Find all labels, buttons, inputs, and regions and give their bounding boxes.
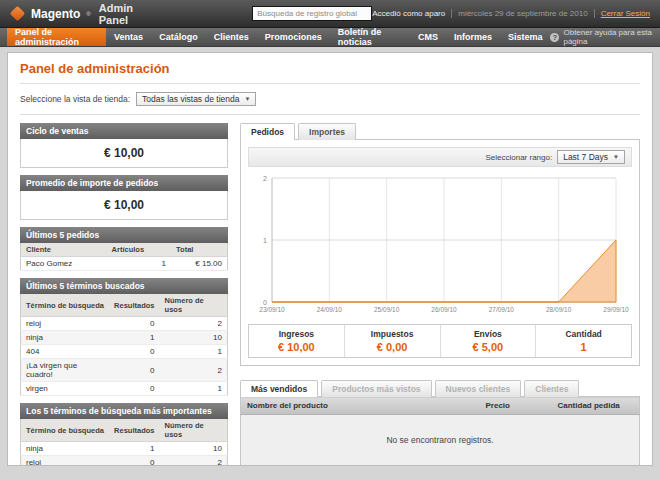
empty-message: No se encontraron registros.: [241, 415, 640, 466]
tab-pedidos[interactable]: Pedidos: [240, 123, 295, 140]
range-label: Seleccionar rango:: [485, 153, 552, 162]
col-cliente: Cliente: [21, 243, 107, 257]
order-items: 1: [107, 257, 171, 271]
range-bar: Seleccionar rango: Last 7 Days ▼: [248, 147, 632, 167]
svg-text:25/09/10: 25/09/10: [374, 306, 400, 313]
magento-logo-icon: [10, 6, 26, 22]
magento-brand: Magento ® Admin Panel: [10, 2, 134, 26]
average-orders-title: Promedio de importe de pedidos: [20, 175, 228, 191]
lifetime-sales-block: Ciclo de ventas € 10,00: [20, 123, 228, 168]
stat-envios: Envíos € 5,00: [441, 325, 537, 357]
table-header-row: Término de búsqueda Resultados Número de…: [21, 294, 228, 317]
svg-text:24/09/10: 24/09/10: [317, 306, 343, 313]
page-background: Panel de administración Seleccione la vi…: [0, 47, 660, 480]
nav-item-promociones[interactable]: Promociones: [257, 28, 330, 46]
top-search-table: Término de búsqueda Resultados Número de…: [20, 419, 228, 466]
range-selected: Last 7 Days: [563, 152, 608, 162]
logged-in-as: Accedió como aparo: [372, 9, 452, 18]
nav-item-catalogo[interactable]: Catálogo: [151, 28, 206, 46]
col-total: Total: [171, 243, 227, 257]
table-row[interactable]: Paco Gomez 1 € 15.00: [21, 257, 228, 271]
last-search-table: Término de búsqueda Resultados Número de…: [20, 294, 228, 396]
order-total: € 15.00: [171, 257, 227, 271]
bestsellers-section: Más vendidos Productos más vistos Nuevos…: [240, 380, 640, 466]
svg-text:27/09/10: 27/09/10: [489, 306, 515, 313]
store-view-label: Seleccione la vista de tienda:: [20, 94, 130, 104]
col-termino: Término de búsqueda: [21, 294, 110, 317]
last-search-title: Últimos 5 términos buscados: [20, 278, 228, 294]
lifetime-sales-value: € 10,00: [20, 139, 228, 168]
svg-text:28/09/10: 28/09/10: [546, 306, 572, 313]
lifetime-sales-title: Ciclo de ventas: [20, 123, 228, 139]
col-usos: Número de usos: [160, 294, 228, 317]
col-precio: Precio: [480, 397, 552, 415]
page-title: Panel de administración: [20, 61, 640, 83]
nav-item-ventas[interactable]: Ventas: [106, 28, 151, 46]
tab-clientes[interactable]: Clientes: [524, 380, 579, 397]
brand-suffix: Admin Panel: [99, 2, 135, 26]
customer-name: Paco Gomez: [21, 257, 107, 271]
nav-item-sistema[interactable]: Sistema: [500, 28, 551, 46]
svg-text:2: 2: [263, 175, 267, 182]
col-resultados: Resultados: [109, 294, 159, 317]
grid-tabs: Más vendidos Productos más vistos Nuevos…: [240, 380, 640, 396]
col-cantidad-pedida: Cantidad pedida: [552, 397, 640, 415]
page-help-label: Obtener ayuda para esta página: [563, 28, 653, 46]
tab-mas-vendidos[interactable]: Más vendidos: [240, 380, 318, 397]
svg-text:1: 1: [263, 237, 267, 244]
nav-item-informes[interactable]: Informes: [446, 28, 500, 46]
average-orders-value: € 10,00: [20, 191, 228, 220]
chevron-down-icon: ▼: [613, 154, 619, 160]
tab-productos-mas-vistos[interactable]: Productos más vistos: [321, 380, 431, 397]
table-header-row: Término de búsqueda Resultados Número de…: [21, 419, 228, 442]
table-header-row: Nombre del producto Precio Cantidad pedi…: [241, 397, 640, 415]
store-view-row: Seleccione la vista de tienda: Todas las…: [20, 84, 640, 114]
store-view-selected: Todas las vistas de tienda: [142, 94, 239, 104]
last-orders-title: Últimos 5 pedidos: [20, 227, 228, 243]
dashboard-right-column: Pedidos Importes Seleccionar rango: Last…: [240, 123, 640, 466]
empty-row: No se encontraron registros.: [241, 415, 640, 466]
global-search-input[interactable]: [252, 6, 372, 21]
top-search-title: Los 5 términos de búsqueda más important…: [20, 403, 228, 419]
table-row[interactable]: reloj 0 2: [21, 456, 228, 467]
bestsellers-table: Nombre del producto Precio Cantidad pedi…: [240, 396, 640, 466]
help-icon: ?: [550, 33, 559, 42]
nav-item-clientes[interactable]: Clientes: [206, 28, 257, 46]
stat-ingresos: Ingresos € 10,00: [249, 325, 345, 357]
tab-nuevos-clientes[interactable]: Nuevos clientes: [435, 380, 522, 397]
last-orders-table: Cliente Artículos Total Paco Gomez 1 € 1…: [20, 243, 228, 271]
magento-admin-window: Magento ® Admin Panel Accedió como aparo…: [0, 0, 660, 480]
last-orders-block: Últimos 5 pedidos Cliente Artículos Tota…: [20, 227, 228, 271]
table-row[interactable]: ninja 1 10: [21, 442, 228, 456]
nav-item-boletin[interactable]: Boletín de noticias: [330, 28, 410, 46]
current-date: miércoles 29 de septiembre de 2010: [452, 9, 594, 18]
last-search-block: Últimos 5 términos buscados Término de b…: [20, 278, 228, 396]
totals-bar: Ingresos € 10,00 Impuestos € 0,00 Envíos…: [248, 324, 632, 358]
tab-importes[interactable]: Importes: [298, 123, 356, 140]
nav-item-panel-de-administracion[interactable]: Panel de administración: [7, 28, 106, 46]
registered-mark: ®: [86, 11, 90, 17]
nav-item-cms[interactable]: CMS: [410, 28, 446, 46]
main-nav: Panel de administración Ventas Catálogo …: [0, 28, 660, 47]
table-row[interactable]: reloj 0 2: [21, 317, 228, 331]
top-search-block: Los 5 términos de búsqueda más important…: [20, 403, 228, 466]
table-row[interactable]: ninja 1 10: [21, 331, 228, 345]
table-row[interactable]: virgen 0 1: [21, 382, 228, 396]
table-row[interactable]: 404 0 1: [21, 345, 228, 359]
store-view-select[interactable]: Todas las vistas de tienda ▼: [136, 92, 256, 106]
top-header: Magento ® Admin Panel Accedió como aparo…: [0, 0, 660, 28]
orders-chart: 01223/09/1024/09/1025/09/1026/09/1027/09…: [248, 170, 632, 318]
orders-chart-panel: Seleccionar rango: Last 7 Days ▼ 01223/0…: [240, 139, 640, 366]
table-header-row: Cliente Artículos Total: [21, 243, 228, 257]
dashboard-content: Panel de administración Seleccione la vi…: [7, 52, 653, 466]
chart-tabs: Pedidos Importes: [240, 123, 640, 139]
stat-impuestos: Impuestos € 0,00: [345, 325, 441, 357]
range-select[interactable]: Last 7 Days ▼: [557, 150, 625, 164]
page-help-link[interactable]: ? Obtener ayuda para esta página: [550, 28, 653, 46]
table-row[interactable]: ¡La virgen que cuadro! 0 2: [21, 359, 228, 382]
col-termino: Término de búsqueda: [21, 419, 110, 442]
logout-link[interactable]: Cerrar Sesión: [595, 9, 650, 18]
col-resultados: Resultados: [109, 419, 159, 442]
svg-text:0: 0: [263, 299, 267, 306]
dashboard-columns: Ciclo de ventas € 10,00 Promedio de impo…: [20, 123, 640, 466]
